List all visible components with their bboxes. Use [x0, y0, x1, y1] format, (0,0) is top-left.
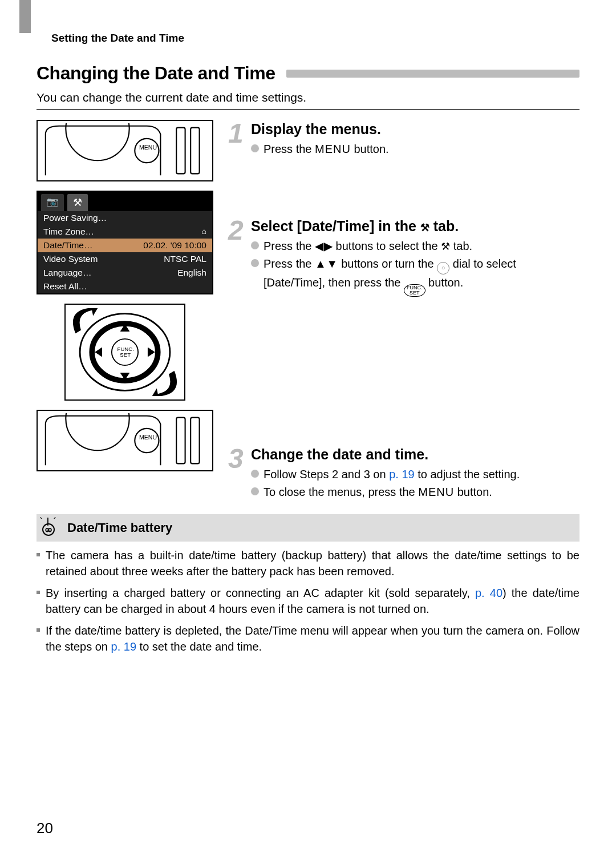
svg-text:MENU: MENU — [139, 144, 157, 151]
illustration-settings-screen: 📷 ⚒ Power Saving… Time Zone…⌂ Date/Time…… — [37, 191, 213, 294]
step-2-title: Select [Date/Time] in the ⚒ tab. — [251, 218, 579, 235]
step-number-2: 2 — [228, 217, 251, 244]
step-3-bullet-2: To close the menus, press the MENU butto… — [264, 484, 492, 500]
dial-icon — [437, 262, 449, 274]
bullet-icon — [251, 241, 259, 249]
section-intro: You can change the current date and time… — [37, 91, 579, 104]
svg-text:MENU: MENU — [139, 434, 157, 441]
tools-tab-icon: ⚒ — [441, 241, 450, 252]
svg-text:SET: SET — [120, 352, 131, 358]
menu-glyph: MENU — [315, 143, 351, 155]
tip-item: By inserting a charged battery or connec… — [37, 585, 579, 617]
screen-row: Power Saving… — [38, 211, 212, 225]
screen-row: Video SystemNTSC PAL — [38, 252, 212, 266]
section-divider — [37, 109, 579, 110]
bullet-icon — [251, 470, 259, 478]
square-bullet-icon — [37, 553, 40, 556]
step-1-title: Display the menus. — [251, 121, 579, 138]
page-ref-link[interactable]: p. 19 — [389, 468, 414, 481]
step-1-bullet: Press the MENU button. — [264, 141, 389, 158]
page-ref-link[interactable]: p. 19 — [111, 640, 136, 653]
svg-point-0 — [66, 123, 129, 160]
tip-header: ` | ´ ꙭ Date/Time battery — [37, 514, 579, 542]
step-2-bullet-2: Press the ▲▼ buttons or turn the dial to… — [264, 256, 579, 297]
screen-tab-tools: ⚒ — [67, 194, 88, 211]
screen-row: Time Zone…⌂ — [38, 225, 212, 239]
svg-rect-19 — [191, 418, 199, 464]
svg-rect-4 — [191, 128, 199, 174]
step-3-bullet-1: Follow Steps 2 and 3 on p. 19 to adjust … — [264, 466, 520, 483]
page-side-tab — [19, 0, 31, 33]
screen-row: Reset All… — [38, 280, 212, 293]
step-3-title: Change the date and time. — [251, 446, 579, 463]
tip-item: If the date/time battery is depleted, th… — [37, 623, 579, 655]
page-ref-link[interactable]: p. 40 — [475, 587, 502, 599]
screen-row: Language…English — [38, 266, 212, 280]
svg-point-15 — [66, 413, 129, 450]
screen-row-selected: Date/Time…02.02. '09 10:00 — [38, 239, 212, 252]
svg-rect-18 — [176, 418, 185, 464]
tip-item: The camera has a built-in date/time batt… — [37, 547, 579, 579]
up-down-icon: ▲▼ — [315, 257, 338, 270]
bullet-icon — [251, 144, 259, 152]
menu-glyph: MENU — [418, 486, 454, 498]
page-number: 20 — [37, 819, 53, 837]
step-number-1: 1 — [228, 120, 251, 147]
illustration-camera-menu-2: MENU — [37, 410, 213, 471]
section-title-bar — [286, 70, 579, 78]
running-header: Setting the Date and Time — [51, 32, 184, 45]
bullet-icon — [251, 259, 259, 267]
square-bullet-icon — [37, 591, 40, 594]
tools-tab-icon: ⚒ — [420, 222, 429, 233]
lightbulb-icon: ` | ´ ꙭ — [39, 520, 58, 536]
bullet-icon — [251, 487, 259, 495]
step-number-3: 3 — [228, 445, 251, 473]
illustration-camera-menu: MENU — [37, 120, 213, 181]
screen-tab-camera: 📷 — [41, 194, 64, 211]
tip-title: Date/Time battery — [67, 520, 172, 535]
step-2-bullet-1: Press the ◀▶ buttons to select the ⚒ tab… — [264, 238, 472, 255]
func-set-icon: FUNC.SET — [404, 284, 425, 297]
section-title: Changing the Date and Time — [37, 63, 275, 84]
square-bullet-icon — [37, 628, 40, 632]
illustration-control-wheel: FUNC. SET — [64, 304, 185, 401]
left-right-icon: ◀▶ — [315, 240, 333, 252]
svg-rect-3 — [176, 128, 185, 174]
